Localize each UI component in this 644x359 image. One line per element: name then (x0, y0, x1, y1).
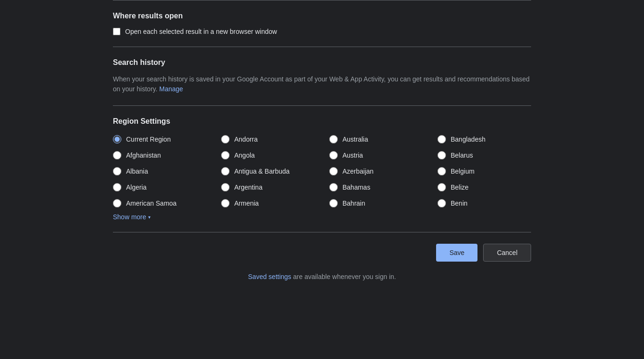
save-button[interactable]: Save (436, 244, 477, 262)
region-radio-belarus[interactable] (437, 151, 446, 160)
region-option-bahamas[interactable]: Bahamas (329, 181, 437, 193)
manage-link[interactable]: Manage (159, 85, 183, 93)
search-history-description: When your search history is saved in you… (113, 74, 531, 94)
region-label-argentina: Argentina (234, 183, 262, 191)
where-results-open-title: Where results open (113, 12, 531, 20)
region-option-azerbaijan[interactable]: Azerbaijan (329, 165, 437, 177)
region-option-current-region[interactable]: Current Region (113, 133, 221, 145)
region-settings-section: Region Settings Current RegionAndorraAus… (113, 106, 531, 232)
region-option-belarus[interactable]: Belarus (437, 149, 546, 161)
region-option-belize[interactable]: Belize (437, 181, 546, 193)
show-more-label: Show more (113, 213, 146, 221)
region-radio-bahrain[interactable] (329, 199, 338, 207)
region-radio-current-region[interactable] (113, 135, 121, 144)
page-container: Where results open Open each selected re… (0, 0, 644, 292)
region-option-andorra[interactable]: Andorra (221, 133, 329, 145)
region-label-andorra: Andorra (234, 136, 258, 143)
region-option-belgium[interactable]: Belgium (437, 165, 546, 177)
saved-settings-row: Saved settings are available whenever yo… (113, 273, 531, 292)
new-window-checkbox[interactable] (113, 28, 120, 35)
region-option-armenia[interactable]: Armenia (221, 197, 329, 209)
region-radio-armenia[interactable] (221, 199, 230, 207)
region-radio-benin[interactable] (437, 199, 446, 207)
region-label-bahrain: Bahrain (342, 199, 365, 207)
region-radio-algeria[interactable] (113, 183, 121, 191)
search-history-title: Search history (113, 58, 531, 67)
region-radio-american-samoa[interactable] (113, 199, 121, 207)
region-option-benin[interactable]: Benin (437, 197, 546, 209)
region-label-belgium: Belgium (451, 168, 475, 175)
region-option-algeria[interactable]: Algeria (113, 181, 221, 193)
saved-settings-text: are available whenever you sign in. (291, 273, 396, 280)
show-more-arrow-icon: ▾ (148, 215, 151, 220)
new-window-checkbox-label[interactable]: Open each selected result in a new brows… (125, 28, 277, 35)
region-label-bangladesh: Bangladesh (451, 136, 485, 143)
region-option-bangladesh[interactable]: Bangladesh (437, 133, 546, 145)
region-label-armenia: Armenia (234, 199, 259, 207)
cancel-button[interactable]: Cancel (483, 244, 531, 262)
region-label-austria: Austria (342, 152, 363, 159)
saved-settings-link[interactable]: Saved settings (248, 273, 291, 280)
region-radio-austria[interactable] (329, 151, 338, 160)
region-radio-antigua-&-barbuda[interactable] (221, 167, 230, 176)
region-option-argentina[interactable]: Argentina (221, 181, 329, 193)
region-label-angola: Angola (234, 152, 255, 159)
region-option-austria[interactable]: Austria (329, 149, 437, 161)
region-option-afghanistan[interactable]: Afghanistan (113, 149, 221, 161)
where-results-open-section: Where results open Open each selected re… (113, 0, 531, 47)
region-label-current-region: Current Region (126, 136, 171, 143)
region-radio-azerbaijan[interactable] (329, 167, 338, 176)
region-radio-argentina[interactable] (221, 183, 230, 191)
region-label-bahamas: Bahamas (342, 183, 370, 191)
region-label-antigua-&-barbuda: Antigua & Barbuda (234, 168, 290, 175)
region-label-afghanistan: Afghanistan (126, 152, 161, 159)
region-option-american-samoa[interactable]: American Samoa (113, 197, 221, 209)
region-grid: Current RegionAndorraAustraliaBangladesh… (113, 133, 531, 209)
region-label-belarus: Belarus (451, 152, 473, 159)
region-label-belize: Belize (451, 183, 469, 191)
region-option-angola[interactable]: Angola (221, 149, 329, 161)
region-label-azerbaijan: Azerbaijan (342, 168, 374, 175)
region-radio-belgium[interactable] (437, 167, 446, 176)
region-option-antigua-&-barbuda[interactable]: Antigua & Barbuda (221, 165, 329, 177)
show-more-button[interactable]: Show more ▾ (113, 213, 151, 221)
region-radio-albania[interactable] (113, 167, 121, 176)
region-radio-andorra[interactable] (221, 135, 230, 144)
region-radio-belize[interactable] (437, 183, 446, 191)
region-radio-bangladesh[interactable] (437, 135, 446, 144)
region-option-albania[interactable]: Albania (113, 165, 221, 177)
region-label-algeria: Algeria (126, 183, 147, 191)
region-option-australia[interactable]: Australia (329, 133, 437, 145)
region-radio-afghanistan[interactable] (113, 151, 121, 160)
region-settings-title: Region Settings (113, 117, 531, 126)
region-radio-australia[interactable] (329, 135, 338, 144)
region-label-benin: Benin (451, 199, 468, 207)
region-label-albania: Albania (126, 168, 148, 175)
region-radio-bahamas[interactable] (329, 183, 338, 191)
region-label-american-samoa: American Samoa (126, 199, 176, 207)
search-history-section: Search history When your search history … (113, 47, 531, 105)
action-row: Save Cancel (113, 232, 531, 273)
region-label-australia: Australia (342, 136, 368, 143)
new-window-checkbox-row: Open each selected result in a new brows… (113, 28, 531, 35)
region-option-bahrain[interactable]: Bahrain (329, 197, 437, 209)
region-radio-angola[interactable] (221, 151, 230, 160)
